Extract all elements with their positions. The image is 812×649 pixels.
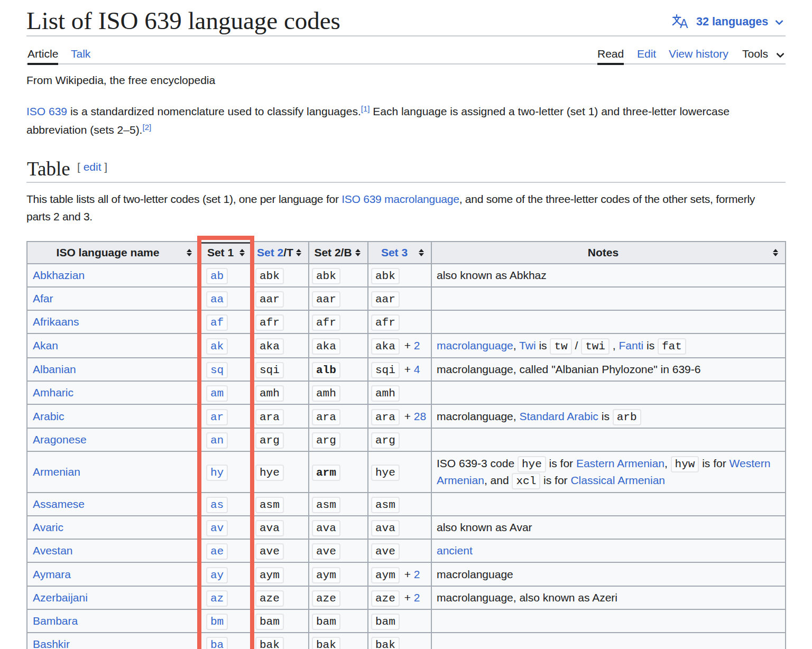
svg-text:A: A [680,17,688,29]
